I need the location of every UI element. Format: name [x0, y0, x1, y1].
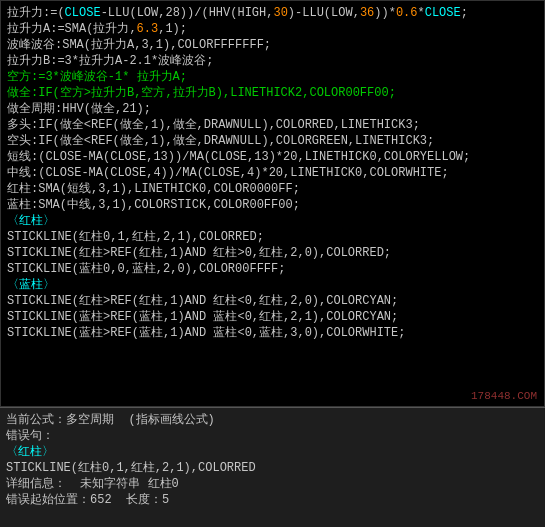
code-line: STICKLINE(蓝柱>REF(蓝柱,1)AND 蓝柱<0,蓝柱,3,0),C… — [7, 325, 538, 341]
code-line: STICKLINE(红柱>REF(红柱,1)AND 红柱>0,红柱,2,0),C… — [7, 245, 538, 261]
code-line: 空头:IF(做全<REF(做全,1),做全,DRAWNULL),COLORGRE… — [7, 133, 538, 149]
error-pos: 错误起始位置：652 长度：5 — [6, 492, 539, 508]
code-line: 〈蓝柱〉 — [7, 277, 538, 293]
code-line: 蓝柱:SMA(中线,3,1),COLORSTICK,COLOR00FF00; — [7, 197, 538, 213]
formula-label: 当前公式：多空周期 (指标画线公式) — [6, 412, 539, 428]
code-line: 短线:(CLOSE-MA(CLOSE,13))/MA(CLOSE,13)*20,… — [7, 149, 538, 165]
code-line: 拉升力:=(CLOSE-LLU(LOW,28))/(HHV(HIGH,30)-L… — [7, 5, 538, 21]
error-detail: STICKLINE(红柱0,1,红柱,2,1),COLORRED — [6, 460, 539, 476]
code-line: 做全:IF(空方>拉升力B,空方,拉升力B),LINETHICK2,COLOR0… — [7, 85, 538, 101]
code-line: 做全周期:HHV(做全,21); — [7, 101, 538, 117]
code-line: STICKLINE(蓝柱0,0,蓝柱,2,0),COLOR00FFFF; — [7, 261, 538, 277]
code-line: 红柱:SMA(短线,3,1),LINETHICK0,COLOR0000FF; — [7, 181, 538, 197]
code-line: 拉升力B:=3*拉升力A-2.1*波峰波谷; — [7, 53, 538, 69]
code-line: 空方:=3*波峰波谷-1* 拉升力A; — [7, 69, 538, 85]
code-line: STICKLINE(红柱0,1,红柱,2,1),COLORRED; — [7, 229, 538, 245]
error-info: 详细信息： 未知字符串 红柱0 — [6, 476, 539, 492]
code-line: 拉升力A:=SMA(拉升力,6.3,1); — [7, 21, 538, 37]
code-line: 多头:IF(做全<REF(做全,1),做全,DRAWNULL),COLORRED… — [7, 117, 538, 133]
code-editor[interactable]: 拉升力:=(CLOSE-LLU(LOW,28))/(HHV(HIGH,30)-L… — [0, 0, 545, 407]
code-line: 〈红柱〉 — [7, 213, 538, 229]
code-line: STICKLINE(蓝柱>REF(蓝柱,1)AND 蓝柱<0,红柱,2,1),C… — [7, 309, 538, 325]
main-container: 拉升力:=(CLOSE-LLU(LOW,28))/(HHV(HIGH,30)-L… — [0, 0, 545, 527]
error-panel: 当前公式：多空周期 (指标画线公式) 错误句： 〈红柱〉 STICKLINE(红… — [0, 407, 545, 527]
watermark: 178448.COM — [471, 390, 537, 402]
error-label: 错误句： — [6, 428, 539, 444]
error-block: 〈红柱〉 — [6, 444, 539, 460]
code-line: STICKLINE(红柱>REF(红柱,1)AND 红柱<0,红柱,2,0),C… — [7, 293, 538, 309]
code-line: 波峰波谷:SMA(拉升力A,3,1),COLORFFFFFFF; — [7, 37, 538, 53]
code-line: 中线:(CLOSE-MA(CLOSE,4))/MA(CLOSE,4)*20,LI… — [7, 165, 538, 181]
